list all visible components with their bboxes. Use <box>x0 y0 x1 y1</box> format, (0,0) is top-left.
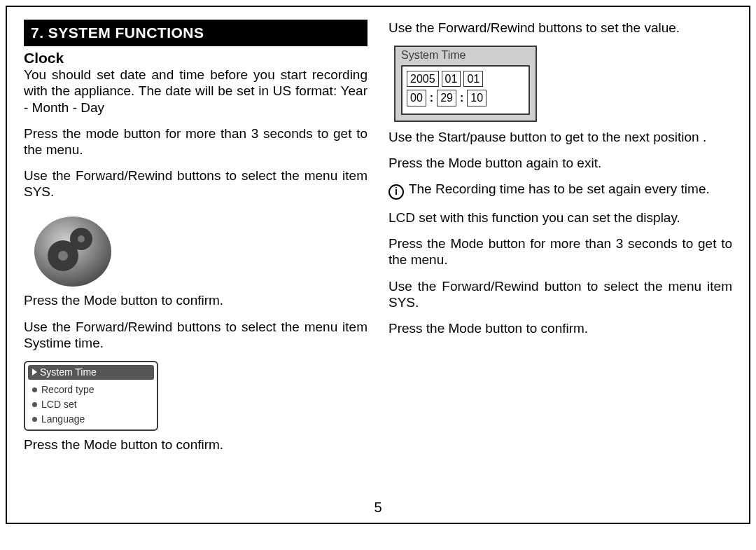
menu-item-label: Record type <box>41 384 94 396</box>
left-column: 7. SYSTEM FUNCTIONS Clock You should set… <box>24 20 368 497</box>
paragraph: Use the Forward/Rewind buttons to select… <box>24 167 368 200</box>
page-number: 5 <box>24 500 732 516</box>
info-text: The Recording time has to be set again e… <box>409 181 710 196</box>
info-icon: i <box>388 184 404 200</box>
menu-item: Record type <box>28 383 154 397</box>
paragraph: You should set date and time before you … <box>24 67 368 116</box>
date-row: 2005 01 01 <box>407 71 524 88</box>
bullet-icon <box>32 387 37 392</box>
systime-title: System Time <box>396 47 536 64</box>
paragraph: Use the Forward/Rewind button to select … <box>388 278 732 310</box>
second-value: 10 <box>467 90 486 106</box>
svg-point-4 <box>58 251 68 261</box>
svg-point-2 <box>78 235 85 242</box>
system-menu-illustration: System Time Record type LCD set Language <box>24 361 158 431</box>
paragraph: Use the Forward/Rewind buttons to select… <box>24 319 368 351</box>
menu-item-label: LCD set <box>41 399 77 411</box>
menu-selected-item: System Time <box>28 365 154 380</box>
paragraph: Press the Mode button for more than 3 se… <box>388 235 732 268</box>
system-time-illustration: System Time 2005 01 01 00 : 29 : 10 <box>394 46 537 122</box>
time-row: 00 : 29 : 10 <box>407 90 524 106</box>
systime-inner: 2005 01 01 00 : 29 : 10 <box>401 65 530 115</box>
day-value: 01 <box>463 71 483 88</box>
paragraph: Press the Mode button again to exit. <box>388 155 732 171</box>
paragraph: Use the Start/pause button to get to the… <box>388 129 732 145</box>
paragraph: LCD set with this function you can set t… <box>388 209 732 226</box>
menu-item: Language <box>28 412 154 427</box>
paragraph: Press the Mode button to confirm. <box>24 436 368 453</box>
gears-icon <box>31 209 115 287</box>
manual-page: 7. SYSTEM FUNCTIONS Clock You should set… <box>6 6 750 524</box>
hour-value: 00 <box>407 90 426 106</box>
paragraph: Press the mode button for more than 3 se… <box>24 125 368 158</box>
section-header: 7. SYSTEM FUNCTIONS <box>24 20 368 46</box>
minute-value: 29 <box>437 90 456 106</box>
right-column: Use the Forward/Rewind buttons to set th… <box>388 20 732 497</box>
two-column-layout: 7. SYSTEM FUNCTIONS Clock You should set… <box>24 20 732 497</box>
colon: : <box>429 91 434 105</box>
menu-head-label: System Time <box>40 366 97 378</box>
menu-item: LCD set <box>28 397 154 412</box>
bullet-icon <box>32 402 37 407</box>
menu-item-label: Language <box>41 413 85 425</box>
colon: : <box>459 91 464 105</box>
bullet-icon <box>32 417 37 422</box>
paragraph: Press the Mode button to confirm. <box>388 320 732 336</box>
paragraph: Use the Forward/Rewind buttons to set th… <box>388 20 732 36</box>
year-value: 2005 <box>407 71 439 88</box>
paragraph: Press the Mode button to confirm. <box>24 292 368 308</box>
info-paragraph: i The Recording time has to be set again… <box>388 181 732 200</box>
subheading-clock: Clock <box>24 49 368 67</box>
month-value: 01 <box>442 71 461 88</box>
triangle-icon <box>32 369 37 376</box>
